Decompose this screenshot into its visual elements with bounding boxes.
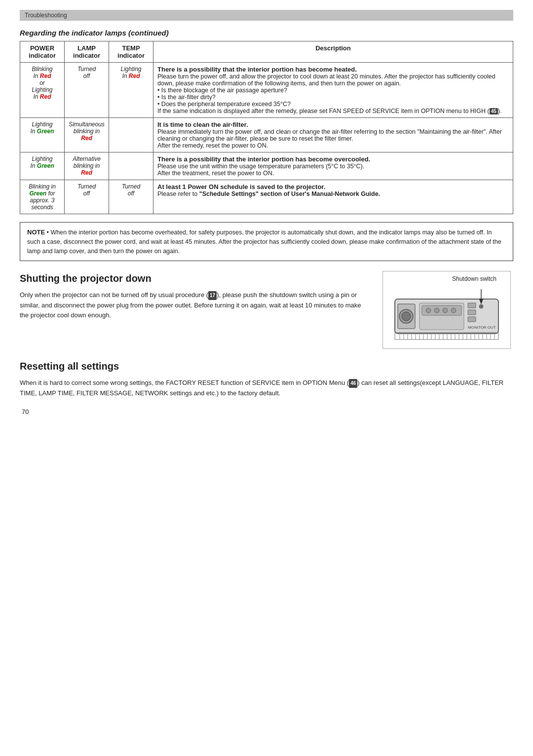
- lamp-cell-4: Turnedoff: [65, 180, 109, 214]
- page-link-46: 46: [349, 379, 357, 388]
- svg-point-6: [426, 308, 431, 313]
- desc-cell-4: At least 1 Power ON schedule is saved to…: [153, 180, 513, 214]
- temp-cell-1: LightingIn Red: [109, 63, 153, 118]
- desc-cell-3: There is a possibility that the interior…: [153, 152, 513, 180]
- shutdown-title: Shutting the projector down: [20, 271, 370, 286]
- page-link-17: 17: [208, 291, 217, 300]
- section-heading: Regarding the indicator lamps (continued…: [20, 29, 513, 37]
- desc-cell-1: There is a possibility that the interior…: [153, 63, 513, 118]
- svg-point-14: [480, 305, 482, 307]
- note-box: NOTE • When the interior portion has bec…: [20, 222, 513, 261]
- col-header-lamp: LAMPindicator: [65, 41, 109, 63]
- reset-paragraph: When it is hard to correct some wrong se…: [20, 378, 513, 398]
- shutdown-section: Shutting the projector down Only when th…: [20, 271, 513, 349]
- shutdown-switch-label: Shutdown switch: [387, 275, 506, 282]
- table-row: LightingIn Green Simultaneousblinking in…: [20, 118, 513, 152]
- table-row: LightingIn Green Alternativeblinking in …: [20, 152, 513, 180]
- table-row: Blinking inGreen forapprox. 3seconds Tur…: [20, 180, 513, 214]
- power-cell-3: LightingIn Green: [20, 152, 65, 180]
- projector-diagram: Shutdown switch: [382, 271, 511, 349]
- projector-diagram-container: Shutdown switch: [380, 271, 513, 349]
- power-cell-1: BlinkingIn RedorLightingIn Red: [20, 63, 65, 118]
- indicator-table: POWERindicator LAMPindicator TEMPindicat…: [20, 41, 513, 214]
- lamp-cell-3: Alternativeblinking in Red: [65, 152, 109, 180]
- power-cell-4: Blinking inGreen forapprox. 3seconds: [20, 180, 65, 214]
- shutdown-paragraph: Only when the projector can not be turne…: [20, 290, 370, 320]
- page-link-45: 45: [490, 108, 498, 114]
- svg-text:MONITOR OUT: MONITOR OUT: [468, 325, 496, 330]
- svg-point-9: [451, 308, 456, 313]
- note-text: • When the interior portion has become o…: [27, 229, 501, 255]
- col-header-power: POWERindicator: [20, 41, 65, 63]
- svg-rect-12: [468, 317, 476, 322]
- shutdown-text: Shutting the projector down Only when th…: [20, 271, 370, 349]
- temp-cell-4: Turnedoff: [109, 180, 153, 214]
- svg-point-3: [402, 312, 411, 321]
- reset-title: Resetting all settings: [20, 359, 513, 374]
- power-cell-2: LightingIn Green: [20, 118, 65, 152]
- svg-point-7: [434, 308, 439, 313]
- temp-cell-3: [109, 152, 153, 180]
- svg-rect-11: [468, 310, 476, 315]
- reset-section: Resetting all settings When it is hard t…: [20, 359, 513, 398]
- note-label: NOTE: [27, 228, 45, 236]
- breadcrumb: Troubleshooting: [20, 10, 513, 21]
- lamp-cell-1: Turnedoff: [65, 63, 109, 118]
- col-header-temp: TEMPindicator: [109, 41, 153, 63]
- col-header-desc: Description: [153, 41, 513, 63]
- svg-rect-10: [468, 303, 476, 308]
- svg-point-8: [443, 308, 448, 313]
- page-number: 70: [20, 408, 513, 416]
- lamp-cell-2: Simultaneousblinking in Red: [65, 118, 109, 152]
- temp-cell-2: [109, 118, 153, 152]
- table-row: BlinkingIn RedorLightingIn Red Turnedoff…: [20, 63, 513, 118]
- projector-svg: MONITOR OUT: [390, 284, 503, 343]
- desc-cell-2: It is time to clean the air-filter. Plea…: [153, 118, 513, 152]
